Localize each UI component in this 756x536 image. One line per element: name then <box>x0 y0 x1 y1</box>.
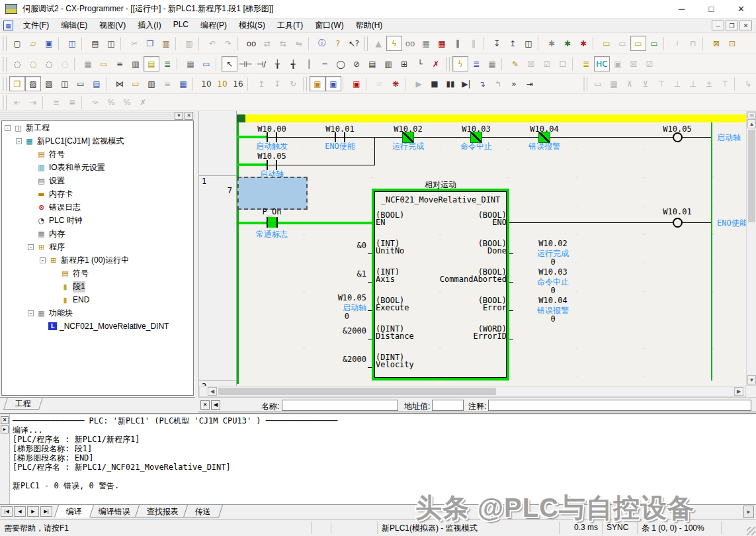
comment-input[interactable] <box>488 400 751 411</box>
toolbar-icon[interactable] <box>81 96 86 109</box>
fb-hc-monitor-icon[interactable]: HC <box>594 56 610 71</box>
menu-item[interactable]: 窗口(W) <box>309 19 349 32</box>
output-coil[interactable] <box>673 218 683 228</box>
redo-icon[interactable]: ↷ <box>220 36 236 51</box>
output-expand-icon[interactable]: ▸ <box>1 425 9 433</box>
menu-item[interactable]: 模拟(S) <box>233 19 271 32</box>
toolbar-icon[interactable] <box>343 77 347 91</box>
toolbar-icon[interactable] <box>593 37 597 50</box>
monitor-decimal-icon[interactable]: 10 <box>198 76 214 91</box>
toolbar-icon[interactable] <box>501 58 506 71</box>
coil-nc-icon[interactable]: ⊘ <box>349 56 364 71</box>
online-edit-release-icon[interactable]: ⊻ <box>638 76 653 91</box>
fb-library-icon[interactable]: ≣ <box>468 56 484 71</box>
workspace-close-button[interactable]: ✕ <box>185 112 193 120</box>
mdi-restore-button[interactable]: ❐ <box>726 21 738 30</box>
scrollbar-thumb[interactable] <box>748 130 755 222</box>
tab-last-icon[interactable]: ▶| <box>40 506 52 517</box>
transfer-warning-icon[interactable]: ▦ <box>434 36 450 51</box>
tree-expander-icon[interactable]: - <box>5 125 11 131</box>
simulator-exit-icon[interactable]: ▣ <box>349 76 364 91</box>
cross-reference-icon[interactable]: ⋈ <box>112 76 128 91</box>
toolbar-icon[interactable] <box>405 77 409 91</box>
zoom-in-icon[interactable]: ◌ <box>41 56 57 71</box>
sim-step-icon[interactable]: ▶| <box>458 76 474 91</box>
menu-item[interactable]: 插入(I) <box>132 19 167 32</box>
horizontal-line-icon[interactable]: ─ <box>317 56 333 71</box>
fb-operand[interactable]: &1 <box>296 269 366 279</box>
contact-no-icon[interactable]: ⊣⊢ <box>237 56 253 71</box>
toolbar-icon[interactable] <box>106 77 110 91</box>
undo-icon[interactable]: ↶ <box>204 36 220 51</box>
contact-address[interactable]: W10.02 <box>382 124 435 134</box>
fb-online-edit-icon[interactable]: ϟ <box>452 56 468 71</box>
force-toggle-icon[interactable]: % <box>119 95 135 110</box>
online-edit-send-icon[interactable]: ▭ <box>590 76 606 91</box>
mdi-close-button[interactable]: ✕ <box>739 21 752 30</box>
pls-instruction-icon[interactable]: ▤ <box>364 56 380 71</box>
replace-icon[interactable]: ⇄ <box>259 36 275 51</box>
time-chart-monitor-icon[interactable]: ⊓ <box>685 36 701 51</box>
selection-highlight[interactable] <box>237 177 308 210</box>
resize-grip[interactable] <box>747 527 755 535</box>
menu-item[interactable]: 文件(F) <box>17 19 55 32</box>
instruction-icon[interactable]: ▥ <box>380 56 396 71</box>
mdi-minimize-button[interactable]: ─ <box>712 21 724 30</box>
scroll-up-icon[interactable]: ▲ <box>747 119 756 128</box>
differentiate-icon[interactable]: ⊤ <box>717 76 733 91</box>
tab-first-icon[interactable]: |◀ <box>1 506 13 517</box>
fb-prop-3-icon[interactable]: ☑ <box>642 56 657 71</box>
watch-window-icon[interactable]: ▥ <box>144 76 159 91</box>
toolbar-icon[interactable] <box>303 77 307 91</box>
pause-monitoring-icon[interactable]: ‖ <box>450 36 466 51</box>
name-input[interactable] <box>282 400 398 411</box>
vertical-scrollbar[interactable]: ═ ▲ ▼ <box>746 111 756 386</box>
toolbar-icon[interactable] <box>120 37 125 50</box>
diagram-workspace-icon[interactable]: ▨ <box>25 76 41 91</box>
compare-triangle-icon[interactable]: ▲ <box>370 36 386 51</box>
monitor-window-3-icon[interactable]: ▭ <box>630 36 646 51</box>
contact-address[interactable]: W10.05 <box>245 152 298 161</box>
grid-icon[interactable]: ▦ <box>80 56 96 71</box>
paste-icon[interactable]: ▥ <box>158 36 174 51</box>
rung-list-icon[interactable]: ≡ <box>48 95 64 110</box>
contact-nc-icon[interactable]: ⊣∕ <box>253 56 269 71</box>
coil-address[interactable]: W10.05 <box>651 124 704 134</box>
contact-address[interactable]: W10.01 <box>314 124 366 134</box>
tree-item-program1[interactable]: - ⊞ 新程序1 (00)运行中 <box>2 253 193 267</box>
delete-tool-icon[interactable]: ✗ <box>428 56 444 71</box>
sim-step-out-icon[interactable]: ↰ <box>490 76 506 91</box>
address-input[interactable] <box>432 400 464 411</box>
dui-window-icon[interactable]: ▦ <box>175 76 191 91</box>
work-online-icon[interactable]: ϟ <box>386 36 402 51</box>
release-password-icon[interactable]: ⊡ <box>724 36 740 51</box>
pause-simulator-icon[interactable]: ☞ <box>372 76 388 91</box>
save-icon[interactable]: ▣ <box>41 36 57 51</box>
p-on-contact-energized[interactable] <box>267 217 278 228</box>
toolbar-icon[interactable] <box>446 57 450 71</box>
force-off-icon[interactable]: ⊥ <box>669 76 685 91</box>
run-mode-icon[interactable]: ✱ <box>575 36 591 51</box>
scroll-left-icon[interactable]: ◀ <box>208 387 217 396</box>
toolbar-icon[interactable] <box>216 58 220 71</box>
scrollbar-thumb[interactable] <box>218 388 496 395</box>
tab-find-report[interactable]: 查找报表 <box>135 505 190 517</box>
address-reference-icon[interactable]: ▭ <box>128 76 144 91</box>
menu-item[interactable]: PLC <box>167 19 194 32</box>
contact-or-no-icon[interactable]: ╁ <box>269 56 285 71</box>
toolbar-icon[interactable] <box>237 37 242 50</box>
copy-icon[interactable]: ❐ <box>142 36 158 51</box>
output-close-icon[interactable]: ✕ <box>1 416 9 424</box>
menu-item[interactable]: 编辑(E) <box>55 19 93 32</box>
toolbar-icon[interactable] <box>572 58 577 71</box>
coil-address[interactable]: W10.01 <box>651 207 704 216</box>
symbol-table-icon[interactable]: ▦ <box>183 56 198 71</box>
sim-pause-icon[interactable]: ▮▮ <box>442 76 458 91</box>
toolbar-icon[interactable] <box>198 37 203 50</box>
return-icon[interactable]: ↳ <box>740 76 756 91</box>
rung-wrap-icon[interactable]: ≣ <box>64 95 80 110</box>
toolbar-icon[interactable] <box>192 77 197 91</box>
pause-icon[interactable]: ‖ <box>466 36 482 51</box>
line-connect-icon[interactable]: └ <box>412 56 428 71</box>
tab-compile-errors[interactable]: 编译错误 <box>87 505 142 517</box>
